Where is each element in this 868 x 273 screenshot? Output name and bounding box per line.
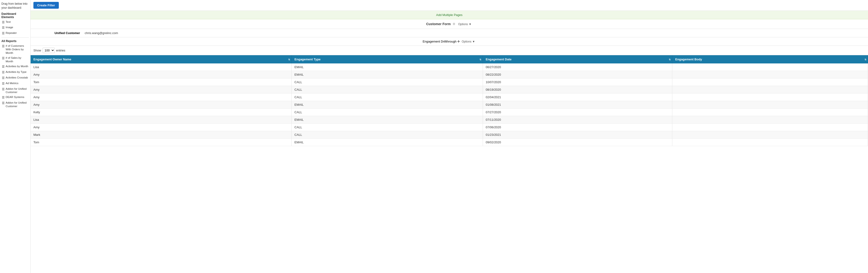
cell-body-9 bbox=[672, 131, 868, 139]
col-engagement-type[interactable]: Engagement Type ⇅ bbox=[291, 55, 483, 63]
sidebar-item-activities-by-type[interactable]: ☰ Activities by Type bbox=[1, 70, 29, 75]
customer-form-options-button[interactable]: Options ▼ bbox=[457, 23, 472, 26]
unified-customer-label: Unified Customer bbox=[38, 31, 80, 35]
cell-body-8 bbox=[672, 124, 868, 131]
cell-owner-0: Lisa bbox=[31, 63, 291, 71]
sidebar-divider bbox=[1, 37, 29, 38]
cell-body-1 bbox=[672, 71, 868, 78]
sidebar-item-activities-by-month[interactable]: ☰ Activities by Month bbox=[1, 64, 29, 69]
table-row: AmyCALL07/06/2020 bbox=[31, 124, 868, 131]
cell-owner-1: Amy bbox=[31, 71, 291, 78]
cell-owner-10: Tom bbox=[31, 139, 291, 146]
list-icon-ad-metrics: ☰ bbox=[2, 82, 5, 86]
cell-owner-5: Amy bbox=[31, 101, 291, 108]
engagement-drillthrough-title: Engagement Drillthrough bbox=[423, 40, 457, 43]
customer-form-title: Customer Form bbox=[426, 22, 451, 26]
show-entries-bar: Show 100 25 50 entries bbox=[31, 46, 868, 55]
cell-date-2: 10/07/2020 bbox=[483, 78, 672, 86]
cell-body-6 bbox=[672, 108, 868, 116]
sidebar-item-ad-metrics[interactable]: ☰ Ad Metrics bbox=[1, 81, 29, 86]
cell-type-5: EMAIL bbox=[291, 101, 483, 108]
cell-owner-9: Mark bbox=[31, 131, 291, 139]
list-icon-image: ☰ bbox=[2, 26, 5, 30]
sort-icon-engagement-date[interactable]: ⇅ bbox=[669, 58, 671, 61]
cell-body-4 bbox=[672, 94, 868, 101]
cell-owner-6: Kelly bbox=[31, 108, 291, 116]
show-label: Show bbox=[33, 48, 41, 52]
sort-icon-engagement-body[interactable]: ⇅ bbox=[865, 58, 866, 61]
table-row: AmyEMAIL08/22/2020 bbox=[31, 71, 868, 78]
cell-body-2 bbox=[672, 78, 868, 86]
cell-date-10: 09/02/2020 bbox=[483, 139, 672, 146]
unified-customer-value: chris.wang@greiinc.com bbox=[85, 31, 118, 35]
table-body: LisaEMAIL06/27/2020AmyEMAIL08/22/2020Tom… bbox=[31, 63, 868, 146]
cell-type-10: EMAIL bbox=[291, 139, 483, 146]
cell-owner-3: Amy bbox=[31, 86, 291, 94]
col-label-engagement-body: Engagement Body bbox=[675, 58, 702, 61]
customer-form-options-arrow: ▼ bbox=[469, 23, 471, 26]
cell-body-7 bbox=[672, 116, 868, 124]
cell-date-3: 08/19/2020 bbox=[483, 86, 672, 94]
engagement-drillthrough-options-arrow: ▼ bbox=[472, 40, 475, 43]
customer-form-options-label: Options bbox=[458, 23, 468, 26]
table-row: AmyCALL02/04/2021 bbox=[31, 94, 868, 101]
cell-type-9: CALL bbox=[291, 131, 483, 139]
sidebar-item-label-addon-unified-customer: Addon for Unified Customer bbox=[6, 87, 28, 94]
sidebar-item-repeater[interactable]: ☰ Repeater bbox=[1, 31, 29, 36]
customer-form-move-icon[interactable]: ✛ bbox=[453, 22, 456, 26]
entries-label: entries bbox=[56, 48, 65, 52]
sidebar-item-dear-systems[interactable]: ☰ DEAR Systems bbox=[1, 95, 29, 100]
sidebar-item-label-text: Text bbox=[6, 20, 10, 24]
col-label-engagement-owner-name: Engagement Owner Name bbox=[33, 58, 71, 61]
sort-icon-engagement-type[interactable]: ⇅ bbox=[479, 58, 481, 61]
cell-type-4: CALL bbox=[291, 94, 483, 101]
sidebar-item-text[interactable]: ☰ Text bbox=[1, 20, 29, 25]
sidebar-item-addon-unified-customer[interactable]: ☰ Addon for Unified Customer bbox=[1, 87, 29, 95]
cell-body-3 bbox=[672, 86, 868, 94]
sidebar-item-addon-unified-customer-2[interactable]: ☰ Addon for Unified Customer bbox=[1, 101, 29, 108]
list-icon-addon-unified-customer: ☰ bbox=[2, 88, 5, 91]
cell-date-8: 07/06/2020 bbox=[483, 124, 672, 131]
col-engagement-body[interactable]: Engagement Body ⇅ bbox=[672, 55, 868, 63]
table-row: TomCALL10/07/2020 bbox=[31, 78, 868, 86]
sidebar-item-label-activities-by-month: Activities by Month bbox=[6, 65, 28, 68]
table-row: AmyCALL08/19/2020 bbox=[31, 86, 868, 94]
sidebar-item-label-dear-systems: DEAR Systems bbox=[6, 95, 24, 99]
elements-section-title: Dashboard Elements bbox=[1, 12, 29, 19]
entries-select[interactable]: 100 25 50 bbox=[42, 48, 55, 53]
cell-type-0: EMAIL bbox=[291, 63, 483, 71]
engagement-drillthrough-move-icon[interactable]: ✛ bbox=[457, 40, 460, 43]
list-icon-dear-systems: ☰ bbox=[2, 96, 5, 100]
list-icon-repeater: ☰ bbox=[2, 32, 5, 35]
sidebar-item-label-ad-metrics: Ad Metrics bbox=[6, 81, 18, 85]
table-row: MarkCALL01/23/2021 bbox=[31, 131, 868, 139]
customer-form-header: Customer Form ✛ Options ▼ bbox=[31, 19, 868, 29]
engagement-drillthrough-options-button[interactable]: Options ▼ bbox=[461, 40, 476, 43]
cell-owner-7: Lisa bbox=[31, 116, 291, 124]
list-icon-activities-by-type: ☰ bbox=[2, 70, 5, 74]
sidebar-item-customers-with-orders[interactable]: ☰ # of Customers With Orders by Month bbox=[1, 44, 29, 55]
cell-date-5: 01/08/2021 bbox=[483, 101, 672, 108]
cell-type-8: CALL bbox=[291, 124, 483, 131]
add-pages-link[interactable]: Add Multiple Pages bbox=[436, 13, 462, 17]
sidebar-item-label-repeater: Repeater bbox=[6, 31, 17, 35]
sidebar-item-label-activities-crosstab: Activities Crosstab bbox=[6, 76, 28, 79]
cell-body-0 bbox=[672, 63, 868, 71]
sidebar-item-label-customers-with-orders: # of Customers With Orders by Month bbox=[6, 44, 28, 55]
drag-hint: Drag from below into your dashboard: bbox=[1, 2, 29, 10]
sidebar-item-activities-crosstab[interactable]: ☰ Activities Crosstab bbox=[1, 75, 29, 80]
cell-type-7: EMAIL bbox=[291, 116, 483, 124]
col-engagement-date[interactable]: Engagement Date ⇅ bbox=[483, 55, 672, 63]
table-row: TomEMAIL09/02/2020 bbox=[31, 139, 868, 146]
sidebar-item-label-addon-unified-customer-2: Addon for Unified Customer bbox=[6, 101, 28, 108]
create-filter-button[interactable]: Create Filter bbox=[33, 2, 59, 9]
list-icon-activities-by-month: ☰ bbox=[2, 65, 5, 69]
sidebar-item-image[interactable]: ☰ Image bbox=[1, 25, 29, 30]
sort-icon-engagement-owner-name[interactable]: ⇅ bbox=[288, 58, 290, 61]
sidebar-item-sales-by-month[interactable]: ☰ # of Sales by Month bbox=[1, 56, 29, 64]
engagement-drillthrough-header: Engagement Drillthrough ✛ Options ▼ bbox=[31, 37, 868, 46]
table-row: KellyCALL07/27/2020 bbox=[31, 108, 868, 116]
cell-date-0: 06/27/2020 bbox=[483, 63, 672, 71]
list-icon-addon-unified-customer-2: ☰ bbox=[2, 101, 5, 105]
col-engagement-owner-name[interactable]: Engagement Owner Name ⇅ bbox=[31, 55, 291, 63]
